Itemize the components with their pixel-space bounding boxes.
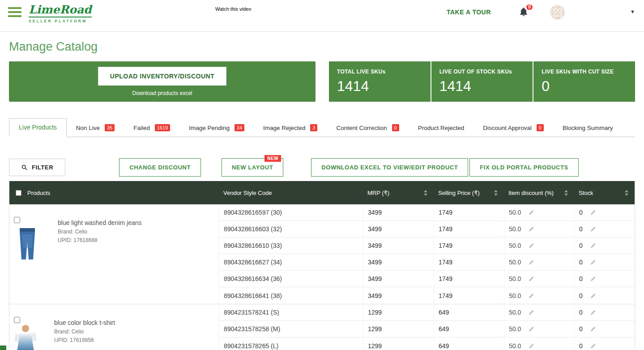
product-group-row: blue color block t-shirt Brand: Celio UP…: [9, 304, 635, 350]
edit-discount-pencil-icon[interactable]: [528, 209, 534, 216]
select-all-checkbox[interactable]: [16, 190, 21, 196]
edit-discount-pencil-icon[interactable]: [528, 309, 534, 315]
stat-label: TOTAL LIVE SKUs: [337, 69, 431, 75]
sku-mrp: 3499: [368, 275, 382, 282]
stat-label: LIVE SKUs WITH CUT SIZE: [542, 69, 635, 75]
edit-stock-pencil-icon[interactable]: [590, 226, 596, 232]
catalog-tab[interactable]: Content Correction 0: [327, 119, 408, 137]
edit-stock-pencil-icon[interactable]: [590, 242, 596, 249]
catalog-tab[interactable]: Blocking Summary: [553, 120, 623, 137]
product-brand: Brand: Celio: [58, 229, 142, 235]
stat-card: LIVE OUT OF STOCK SKUs 1414: [431, 61, 533, 102]
filter-button-label: FILTER: [32, 164, 53, 171]
edit-discount-pencil-icon[interactable]: [528, 259, 534, 265]
stat-label: LIVE OUT OF STOCK SKUs: [439, 69, 533, 75]
sku-mrp: 1299: [368, 325, 382, 333]
limeroad-logo: LimeRoad SELLER PLATFORM: [29, 4, 92, 23]
edit-stock-pencil-icon[interactable]: [590, 293, 596, 299]
edit-discount-pencil-icon[interactable]: [528, 242, 534, 249]
top-header: LimeRoad SELLER PLATFORM Watch this vide…: [0, 0, 644, 32]
edit-stock-pencil-icon[interactable]: [590, 343, 596, 349]
action-bar: FILTER CHANGE DISCOUNT NEW LAYOUT NEW DO…: [9, 158, 635, 177]
search-icon: [21, 164, 28, 171]
stat-value: 1414: [337, 78, 431, 95]
edit-discount-pencil-icon[interactable]: [528, 276, 534, 282]
sku-row: 8904231578241 (S) 1299 649 50.0 0: [219, 304, 635, 321]
catalog-tab[interactable]: Failed 1619: [124, 119, 179, 137]
edit-stock-pencil-icon[interactable]: [590, 209, 596, 216]
catalog-tab[interactable]: Image Pending 34: [179, 119, 254, 137]
products-table: Products Vendor Style Code MRP (₹) Selli…: [9, 181, 635, 350]
upload-panel: UPLOAD INVENTORY/DISCOUNT Download produ…: [9, 61, 316, 102]
edit-discount-pencil-icon[interactable]: [528, 343, 534, 349]
filter-button[interactable]: FILTER: [9, 159, 65, 176]
sku-row: 8904231578258 (M) 1299 649 50.0 0: [219, 321, 635, 337]
sku-stock: 0: [579, 325, 583, 333]
edit-stock-pencil-icon[interactable]: [590, 326, 596, 332]
edit-stock-pencil-icon[interactable]: [590, 259, 596, 265]
user-avatar[interactable]: [550, 5, 565, 20]
sort-stock-icon[interactable]: [625, 190, 628, 196]
hamburger-menu-icon[interactable]: [8, 7, 21, 17]
tab-label: Content Correction: [336, 125, 387, 131]
tab-label: Image Pending: [189, 125, 230, 131]
col-header-selling-price: Selling Price (₹): [438, 190, 480, 196]
catalog-tab[interactable]: Non Live 35: [67, 119, 124, 137]
sort-mrp-icon[interactable]: [424, 190, 427, 196]
sku-stock: 0: [579, 225, 583, 233]
sku-vendor-style-code: 8904328616627 (34): [219, 254, 363, 270]
sku-row: 8904328616634 (36) 3499 1749 50.0 0: [219, 271, 635, 287]
catalog-tab[interactable]: Live Products: [9, 118, 67, 137]
sort-item-discount-icon[interactable]: [564, 190, 568, 196]
summary-panels: UPLOAD INVENTORY/DISCOUNT Download produ…: [9, 61, 635, 102]
edit-stock-pencil-icon[interactable]: [590, 309, 596, 315]
product-name: blue light washed denim jeans: [58, 219, 142, 226]
catalog-tab[interactable]: Discount Approval 0: [473, 119, 553, 137]
sku-item-discount: 50.0: [509, 225, 521, 233]
sku-stock: 0: [579, 292, 583, 299]
notification-count-badge: 0: [526, 4, 533, 10]
table-header-row: Products Vendor Style Code MRP (₹) Selli…: [9, 181, 635, 204]
sku-row: 8904231578265 (L) 1299 649 50.0 0: [219, 337, 635, 350]
edit-discount-pencil-icon[interactable]: [528, 226, 534, 232]
stat-value: 0: [542, 78, 635, 95]
catalog-tab[interactable]: Image Rejected 3: [254, 119, 327, 137]
sku-stock: 0: [579, 342, 583, 350]
catalog-tab[interactable]: Product Rejected: [409, 120, 474, 137]
sort-selling-price-icon[interactable]: [494, 190, 498, 196]
sku-item-discount: 50.0: [509, 309, 521, 316]
bottom-left-widget[interactable]: [0, 346, 6, 350]
sku-row: 8904328616597 (30) 3499 1749 50.0 0: [219, 204, 635, 221]
fix-old-portal-products-button[interactable]: FIX OLD PORTAL PRODUCTS: [469, 158, 579, 177]
tab-label: Discount Approval: [483, 125, 532, 131]
take-a-tour-button[interactable]: TAKE A TOUR: [447, 9, 491, 16]
stat-value: 1414: [439, 78, 533, 95]
new-layout-button[interactable]: NEW LAYOUT NEW: [222, 158, 283, 177]
sku-selling-price: 1749: [439, 225, 452, 233]
account-dropdown-caret-icon[interactable]: ▼: [630, 9, 635, 14]
edit-stock-pencil-icon[interactable]: [590, 276, 596, 282]
sku-selling-price: 649: [439, 325, 449, 333]
sku-row: 8904328616603 (32) 3499 1749 50.0 0: [219, 221, 635, 238]
sku-mrp: 3499: [368, 259, 382, 266]
col-header-mrp: MRP (₹): [367, 190, 389, 196]
product-select-checkbox[interactable]: [14, 317, 20, 323]
watch-video-link[interactable]: Watch this video: [215, 6, 251, 12]
sku-mrp: 3499: [368, 225, 382, 233]
sku-selling-price: 1749: [439, 259, 452, 266]
sku-row: 8904328616641 (38) 3499 1749 50.0 0: [219, 287, 635, 304]
notification-bell-icon[interactable]: 0: [518, 6, 531, 20]
sku-vendor-style-code: 8904231578241 (S): [219, 304, 363, 320]
download-products-excel-link[interactable]: Download products excel: [132, 90, 192, 96]
sku-item-discount: 50.0: [509, 259, 521, 266]
product-cell: blue color block t-shirt Brand: Celio UP…: [9, 304, 219, 350]
sku-vendor-style-code: 8904328616634 (36): [219, 271, 363, 287]
sku-vendor-style-code: 8904328616641 (38): [219, 287, 363, 304]
upload-inventory-discount-button[interactable]: UPLOAD INVENTORY/DISCOUNT: [98, 67, 226, 86]
edit-discount-pencil-icon[interactable]: [528, 293, 534, 299]
tab-count-badge: 34: [235, 124, 244, 131]
change-discount-button[interactable]: CHANGE DISCOUNT: [119, 158, 201, 177]
edit-discount-pencil-icon[interactable]: [528, 326, 534, 332]
download-excel-button[interactable]: DOWNLOAD EXCEL TO VIEW/EDIT PRODUCT: [311, 158, 468, 177]
product-select-checkbox[interactable]: [14, 217, 20, 223]
